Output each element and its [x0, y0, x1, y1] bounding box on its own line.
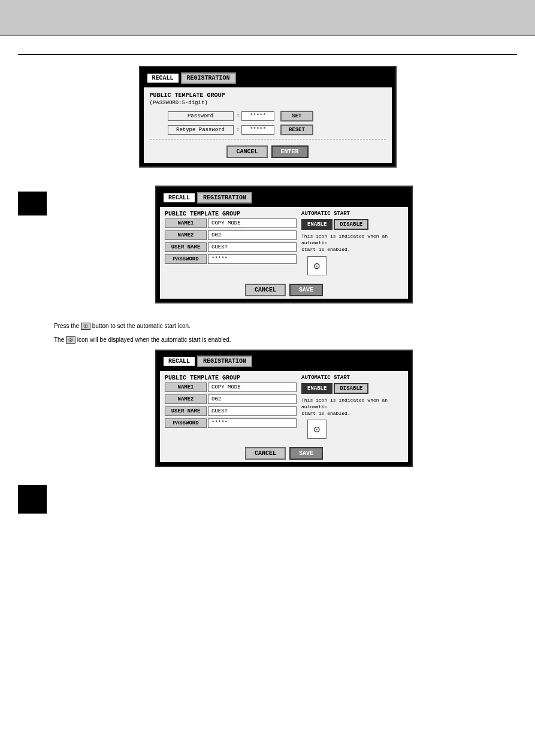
tab-registration-2[interactable]: REGISTRATION: [197, 192, 252, 204]
field-name1-2: NAME1 COPY MODE: [165, 218, 297, 228]
name1-label-2: NAME1: [165, 218, 207, 228]
name1-label-3: NAME1: [165, 382, 207, 392]
password-label-2: PASSWORD: [165, 254, 207, 264]
password-label-3: PASSWORD: [165, 418, 207, 428]
field-username-3: USER NAME GUEST: [165, 406, 297, 416]
name1-value-2[interactable]: COPY MODE: [208, 218, 297, 228]
save-button-2[interactable]: SAVE: [289, 284, 323, 296]
panel2-top-bar: RECALL REGISTRATION: [160, 190, 408, 205]
reset-button[interactable]: RESET: [280, 125, 313, 135]
username-value-3[interactable]: GUEST: [208, 406, 297, 416]
header-bar: [0, 0, 535, 36]
auto-icon-3: ⊙: [313, 424, 321, 434]
retype-label: Retype Password: [168, 125, 234, 135]
auto-start-btns-3: ENABLE DISABLE: [301, 383, 403, 394]
disable-button-3[interactable]: DISABLE: [334, 383, 368, 394]
tab-registration-3[interactable]: REGISTRATION: [197, 356, 252, 367]
panel1-subtitle: (PASSWORD:5-digit): [150, 100, 386, 106]
panel2-footer: CANCEL SAVE: [165, 281, 403, 296]
enable-button-3[interactable]: ENABLE: [301, 383, 333, 394]
panel3-top-bar: RECALL REGISTRATION: [160, 354, 408, 369]
body-text-area: Press the ① button to set the automatic …: [18, 321, 517, 345]
name1-value-3[interactable]: COPY MODE: [208, 382, 297, 392]
panel3-right: AUTOMATIC START ENABLE DISABLE This icon…: [301, 375, 403, 439]
panel2-body: PUBLIC TEMPLATE GROUP NAME1 COPY MODE NA…: [160, 207, 408, 279]
set-button[interactable]: SET: [280, 111, 313, 122]
disable-button-2[interactable]: DISABLE: [334, 219, 368, 230]
enter-button[interactable]: ENTER: [271, 145, 309, 158]
field-name1-3: NAME1 COPY MODE: [165, 382, 297, 392]
username-label-3: USER NAME: [165, 406, 207, 416]
panel2-wrapper: RECALL REGISTRATION PUBLIC TEMPLATE GROU…: [51, 186, 517, 303]
password-value[interactable]: *****: [241, 111, 274, 121]
panel3-left: PUBLIC TEMPLATE GROUP NAME1 COPY MODE NA…: [165, 375, 297, 439]
save-button-3[interactable]: SAVE: [289, 447, 323, 460]
retype-row: Retype Password : ***** RESET: [168, 125, 386, 135]
tab-recall-3[interactable]: RECALL: [162, 356, 196, 367]
auto-start-label-2: AUTOMATIC START: [301, 211, 403, 217]
field-name2-2: NAME2 002: [165, 230, 297, 240]
icon-preview-3: ⊙: [307, 420, 327, 439]
side-label-2: [18, 485, 47, 514]
tab-recall-1[interactable]: RECALL: [146, 72, 180, 84]
panel1-footer: CANCEL ENTER: [150, 143, 386, 158]
registration-panel-3: RECALL REGISTRATION PUBLIC TEMPLATE GROU…: [155, 350, 413, 467]
panel3-title: PUBLIC TEMPLATE GROUP: [165, 375, 297, 381]
tab-registration-1[interactable]: REGISTRATION: [181, 72, 236, 84]
tab-recall-2[interactable]: RECALL: [162, 192, 196, 204]
name2-value-3[interactable]: 002: [208, 394, 297, 404]
field-password-3: PASSWORD *****: [165, 418, 297, 428]
panel2-title: PUBLIC TEMPLATE GROUP: [165, 211, 297, 217]
body-text-1: Press the ① button to set the automatic …: [54, 321, 517, 331]
password-value-2[interactable]: *****: [208, 254, 297, 264]
auto-start-desc-2: This icon is indicated when an automatic…: [301, 233, 403, 253]
password-label: Password: [168, 111, 234, 121]
name2-label-3: NAME2: [165, 394, 207, 404]
field-username-2: USER NAME GUEST: [165, 242, 297, 252]
username-value-2[interactable]: GUEST: [208, 242, 297, 252]
panel1-wrapper: RECALL REGISTRATION PUBLIC TEMPLATE GROU…: [18, 66, 517, 168]
panel3-wrapper: RECALL REGISTRATION PUBLIC TEMPLATE GROU…: [51, 350, 517, 467]
panel2-right: AUTOMATIC START ENABLE DISABLE This icon…: [301, 211, 403, 275]
section-divider: [18, 54, 517, 55]
auto-start-label-3: AUTOMATIC START: [301, 375, 403, 381]
name2-value-2[interactable]: 002: [208, 230, 297, 240]
body-text-2: The ② icon will be displayed when the au…: [54, 335, 517, 345]
panel3-body: PUBLIC TEMPLATE GROUP NAME1 COPY MODE NA…: [160, 371, 408, 443]
panel1-title: PUBLIC TEMPLATE GROUP: [150, 92, 386, 99]
cancel-button-2[interactable]: CANCEL: [245, 284, 286, 296]
field-password-2: PASSWORD *****: [165, 254, 297, 264]
enable-button-2[interactable]: ENABLE: [301, 219, 333, 230]
panel2-left: PUBLIC TEMPLATE GROUP NAME1 COPY MODE NA…: [165, 211, 297, 275]
side-label-1: [18, 192, 47, 215]
password-panel: RECALL REGISTRATION PUBLIC TEMPLATE GROU…: [139, 66, 397, 168]
auto-start-desc-3: This icon is indicated when an automatic…: [301, 397, 403, 417]
cancel-button-3[interactable]: CANCEL: [245, 447, 286, 460]
password-row: Password : ***** SET: [168, 111, 386, 122]
panel1-top-bar: RECALL REGISTRATION: [144, 71, 392, 85]
retype-value[interactable]: *****: [241, 125, 274, 135]
name2-label-2: NAME2: [165, 230, 207, 240]
auto-start-btns-2: ENABLE DISABLE: [301, 219, 403, 230]
registration-panel-2: RECALL REGISTRATION PUBLIC TEMPLATE GROU…: [155, 186, 413, 303]
panel3-footer: CANCEL SAVE: [165, 445, 403, 460]
cancel-button-1[interactable]: CANCEL: [226, 145, 267, 158]
icon-preview-2: ⊙: [307, 256, 327, 275]
pw-colon-1: :: [237, 113, 240, 119]
username-label-2: USER NAME: [165, 242, 207, 252]
pw-colon-2: :: [237, 127, 240, 133]
auto-icon-2: ⊙: [313, 261, 321, 271]
password-value-3[interactable]: *****: [208, 418, 297, 428]
pw-divider: [150, 139, 386, 139]
field-name2-3: NAME2 002: [165, 394, 297, 404]
panel1-body: PUBLIC TEMPLATE GROUP (PASSWORD:5-digit)…: [144, 87, 392, 163]
